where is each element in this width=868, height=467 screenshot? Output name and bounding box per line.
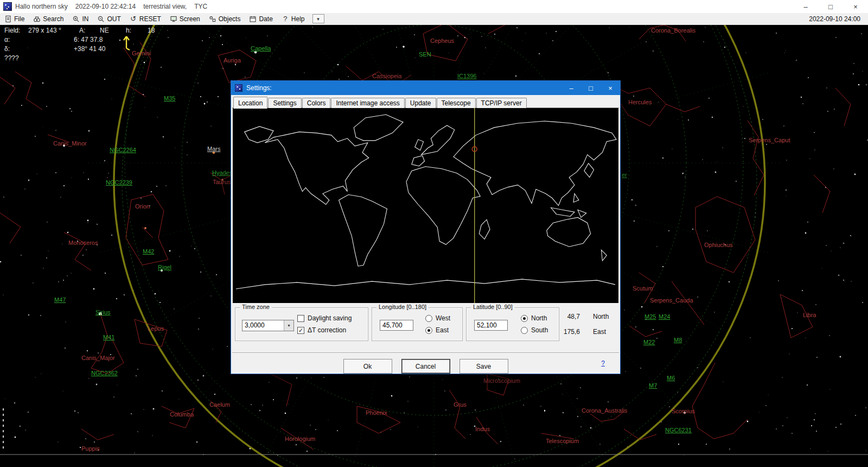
- settings-dialog: Settings: – □ × Location Settings Colors…: [231, 80, 621, 374]
- tab-location[interactable]: Location: [233, 97, 267, 109]
- dialog-icon: [235, 84, 242, 92]
- west-radio[interactable]: [425, 315, 432, 322]
- window-catalog: TYC: [194, 3, 207, 10]
- tab-tcpip-server[interactable]: TCP/IP server: [476, 98, 527, 108]
- south-row[interactable]: South: [521, 326, 548, 334]
- tab-update[interactable]: Update: [405, 98, 436, 108]
- west-label: West: [436, 314, 450, 322]
- latitude-group: Latitude [0..90] North South: [466, 307, 559, 341]
- dt-correction-label: ΔT correction: [308, 326, 346, 334]
- dialog-title: Settings:: [246, 84, 272, 92]
- minimize-button[interactable]: –: [793, 0, 818, 13]
- app-icon: [3, 2, 12, 11]
- timezone-value: 3,0000: [242, 320, 284, 331]
- south-radio[interactable]: [521, 327, 528, 334]
- longitude-input[interactable]: [380, 320, 413, 331]
- dialog-minimize-button[interactable]: –: [561, 81, 581, 95]
- north-label: North: [531, 314, 547, 322]
- north-radio[interactable]: [521, 315, 528, 322]
- menu-reset[interactable]: ↺ RESET: [125, 13, 165, 24]
- zoom-in-icon: [72, 15, 80, 23]
- chevron-down-icon: ▾: [317, 16, 320, 22]
- menu-objects[interactable]: Objects: [205, 13, 245, 24]
- dialog-titlebar[interactable]: Settings: – □ ×: [231, 81, 620, 95]
- menu-screen[interactable]: Screen: [165, 13, 205, 24]
- ok-button[interactable]: Ok: [343, 359, 392, 374]
- tab-settings[interactable]: Settings: [268, 98, 301, 108]
- window-controls: – □ ×: [793, 0, 868, 13]
- menu-datetime: 2022-09-10 24:00: [809, 15, 860, 23]
- longitude-group: Longitude [0..180] West East: [372, 307, 463, 341]
- east-radio[interactable]: [425, 327, 432, 334]
- menu-search[interactable]: Search: [29, 13, 68, 24]
- dialog-controls: – □ ×: [561, 81, 620, 95]
- cursor-lat-value: 48,7: [554, 313, 580, 320]
- latitude-group-label: Latitude [0..90]: [471, 304, 515, 310]
- dialog-footer: Ok Cancel Save ?: [232, 352, 619, 373]
- cursor-lon-dir: East: [593, 328, 606, 336]
- chevron-down-icon: ▾: [288, 323, 290, 328]
- menu-date[interactable]: Date: [245, 13, 277, 24]
- daylight-saving-row[interactable]: Daylight saving: [297, 314, 352, 322]
- window-title: Hallo northern sky: [15, 3, 68, 10]
- east-label: East: [436, 326, 449, 334]
- window-titlebar: Hallo northern sky 2022-09-10 22:42:14 t…: [0, 0, 868, 13]
- help-icon: ?: [282, 15, 289, 23]
- reset-icon: ↺: [130, 15, 137, 23]
- direction-arrow-icon: [122, 31, 132, 52]
- cursor-lat-dir: North: [593, 313, 609, 320]
- timezone-select[interactable]: 3,0000 ▾: [242, 320, 294, 331]
- latitude-input[interactable]: [474, 320, 508, 331]
- file-icon: [4, 15, 12, 23]
- menu-zoom-out[interactable]: OUT: [93, 13, 125, 24]
- objects-icon: [209, 15, 216, 23]
- help-link[interactable]: ?: [601, 359, 605, 367]
- menu-file[interactable]: File: [0, 13, 29, 24]
- world-map[interactable]: [233, 108, 618, 303]
- timezone-group: Time zone 3,0000 ▾ Daylight saving ✓ ΔT …: [235, 307, 368, 341]
- close-button[interactable]: ×: [843, 0, 868, 13]
- timezone-group-label: Time zone: [240, 304, 272, 310]
- daylight-saving-checkbox[interactable]: [297, 315, 304, 322]
- north-row[interactable]: North: [521, 314, 547, 322]
- south-label: South: [531, 326, 548, 334]
- save-button[interactable]: Save: [459, 359, 508, 374]
- dt-correction-checkbox[interactable]: ✓: [297, 327, 304, 334]
- dialog-close-button[interactable]: ×: [601, 81, 620, 95]
- daylight-saving-label: Daylight saving: [308, 314, 352, 322]
- tab-strip: Location Settings Colors Internet image …: [233, 96, 618, 108]
- cursor-lon-value: 175,6: [554, 328, 580, 336]
- menu-zoom-in[interactable]: IN: [68, 13, 93, 24]
- window-datetime: 2022-09-10 22:42:14: [75, 3, 136, 10]
- binoculars-icon: [33, 15, 41, 23]
- menu-help[interactable]: ? Help: [277, 13, 309, 24]
- timezone-dropdown-button[interactable]: ▾: [284, 320, 293, 331]
- zoom-out-icon: [97, 15, 105, 23]
- calendar-icon: [249, 15, 257, 23]
- longitude-group-label: Longitude [0..180]: [376, 304, 429, 310]
- toolbar-overflow-button[interactable]: ▾: [312, 14, 324, 23]
- dt-correction-row[interactable]: ✓ ΔT correction: [297, 326, 346, 334]
- menu-bar: File Search IN OUT ↺ RESET Screen Object…: [0, 13, 868, 25]
- tab-internet-image[interactable]: Internet image access: [331, 98, 404, 108]
- screen-icon: [170, 15, 177, 23]
- west-row[interactable]: West: [425, 314, 450, 322]
- maximize-button[interactable]: □: [818, 0, 843, 13]
- east-row[interactable]: East: [425, 326, 449, 334]
- window-view-mode: terrestrial view,: [143, 3, 187, 10]
- tab-telescope[interactable]: Telescope: [437, 98, 476, 108]
- cancel-button[interactable]: Cancel: [401, 359, 450, 374]
- tab-colors[interactable]: Colors: [302, 98, 331, 108]
- dialog-maximize-button[interactable]: □: [581, 81, 601, 95]
